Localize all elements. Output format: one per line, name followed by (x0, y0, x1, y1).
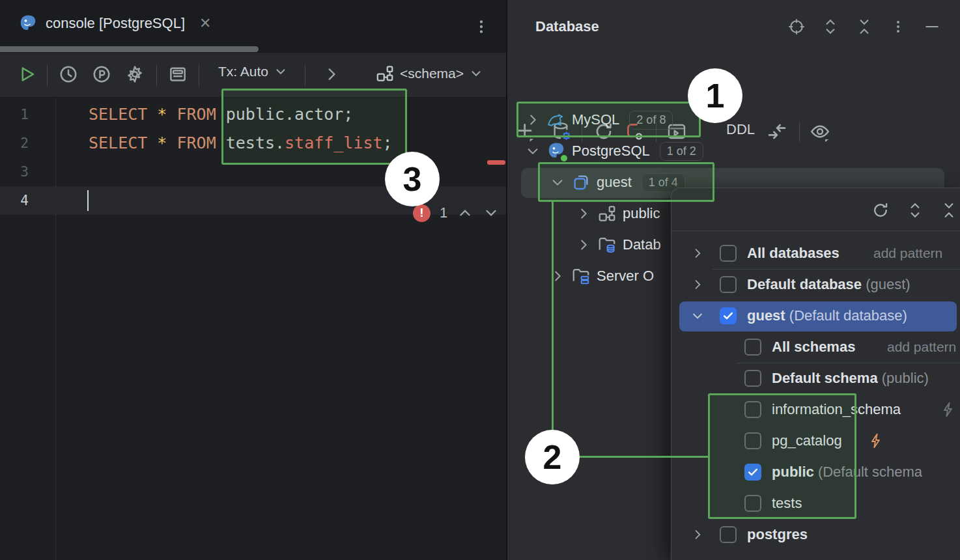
chevron-right-icon[interactable] (690, 277, 705, 292)
error-badge-icon: ! (413, 204, 431, 222)
popup-row-default-schema[interactable]: Default schema (public) (671, 363, 960, 394)
callout-circle-1: 1 (688, 68, 742, 123)
collapse-all-icon[interactable] (939, 201, 959, 220)
add-pattern-hint[interactable]: add pattern (887, 339, 956, 355)
line-number: 1 (0, 100, 29, 129)
database-panel-header: Database (507, 0, 960, 53)
editor-more-menu-kebab-icon[interactable] (470, 14, 492, 39)
tree-item-label: Server O (597, 268, 654, 285)
line-number-active: 4 (0, 186, 29, 215)
row-label: All databases (747, 245, 840, 262)
chevron-down-icon[interactable] (525, 143, 541, 159)
toolbar-separator (199, 64, 199, 87)
chevron-down-icon[interactable] (690, 308, 705, 324)
hide-panel-minimize-icon[interactable] (922, 17, 942, 36)
annotation-box-sql-fragments (221, 89, 407, 165)
prev-error-chevron-up-icon[interactable] (457, 204, 473, 221)
checkbox-unchecked[interactable] (720, 526, 737, 543)
expand-all-icon[interactable] (821, 17, 840, 36)
schema-select[interactable]: <schema> (375, 64, 483, 83)
toolbar-separator (305, 64, 305, 87)
checkbox-unchecked[interactable] (744, 370, 761, 387)
popup-row-all-schemas[interactable]: All schemas add pattern (671, 331, 960, 363)
schema-icon (375, 64, 395, 83)
gutter-separator (55, 98, 56, 560)
count-badge: 1 of 2 (660, 142, 703, 161)
toolbar-separator (156, 64, 157, 87)
in-editor-results-icon[interactable] (167, 63, 189, 85)
panel-title: Database (535, 18, 599, 35)
tab-console-postgresql[interactable]: console [PostgreSQL] ✕ (0, 0, 221, 46)
checkbox-unchecked[interactable] (720, 276, 737, 293)
lightning-icon (868, 432, 884, 449)
checkbox-unchecked[interactable] (744, 339, 761, 356)
collapse-all-icon[interactable] (854, 17, 874, 36)
popup-toolbar-separator (671, 231, 960, 231)
editor-pane: console [PostgreSQL] ✕ (0, 0, 506, 560)
popup-row-postgres-database[interactable]: postgres (671, 519, 960, 550)
folder-database-icon (597, 235, 617, 255)
callout-circle-2: 2 (525, 430, 580, 484)
toolbar-separator (47, 64, 48, 87)
callout-circle-3: 3 (385, 152, 440, 206)
popup-row-all-databases[interactable]: All databases add pattern (671, 238, 960, 269)
checkbox-checked[interactable] (720, 307, 737, 324)
tree-item-label: public (623, 205, 660, 222)
run-button[interactable] (16, 63, 38, 85)
locate-target-icon[interactable] (787, 17, 806, 36)
connected-status-dot (560, 154, 568, 162)
tree-item-label: PostgreSQL (572, 143, 650, 160)
schema-select-label: <schema> (400, 66, 464, 81)
annotation-box-guest-row (538, 162, 714, 202)
folder-server-icon (571, 266, 591, 286)
tab-close-icon[interactable]: ✕ (199, 15, 211, 32)
row-label: Default database (guest) (747, 276, 911, 293)
chevron-right-icon[interactable] (690, 527, 705, 542)
annotation-connector-vertical (552, 202, 554, 430)
postgresql-elephant-icon (546, 141, 566, 161)
row-label: postgres (747, 526, 808, 543)
panel-options-kebab-icon[interactable] (888, 17, 908, 36)
error-stripe-mark[interactable] (487, 160, 505, 165)
chevron-right-icon[interactable] (320, 63, 343, 85)
chevron-right-icon[interactable] (690, 245, 705, 261)
parameters-icon[interactable] (91, 63, 113, 85)
app-window: console [PostgreSQL] ✕ (0, 0, 960, 560)
postgresql-logo-icon (18, 14, 38, 33)
row-label: Default schema (public) (772, 370, 929, 387)
chevron-right-icon[interactable] (576, 206, 591, 221)
text-caret (87, 190, 89, 211)
popup-row-default-database[interactable]: Default database (guest) (671, 269, 960, 300)
tx-mode-label: Tx: Auto (218, 64, 268, 79)
refresh-icon[interactable] (871, 201, 890, 220)
settings-gear-icon[interactable] (124, 63, 146, 85)
lightning-icon (940, 401, 957, 418)
error-count: 1 (440, 204, 447, 221)
row-label: guest (Default database) (747, 307, 907, 324)
history-icon[interactable] (57, 63, 79, 85)
chevron-down-icon (469, 66, 483, 81)
schema-icon (597, 204, 617, 223)
row-label: All schemas (772, 339, 855, 356)
line-number: 3 (0, 158, 29, 186)
next-error-chevron-down-icon[interactable] (483, 204, 500, 221)
tree-item-label: Datab (623, 236, 661, 253)
line-number: 2 (0, 129, 29, 158)
add-pattern-hint[interactable]: add pattern (873, 245, 942, 261)
tab-strip-scrollbar[interactable] (0, 46, 259, 52)
annotation-box-mysql-row (516, 102, 701, 137)
chevron-down-icon (274, 64, 288, 79)
popup-row-guest-selected[interactable]: guest (Default database) (671, 300, 960, 331)
annotation-box-schema-list (708, 393, 856, 519)
chevron-right-icon[interactable] (576, 237, 591, 253)
expand-all-icon[interactable] (905, 201, 925, 220)
tab-title: console [PostgreSQL] (46, 15, 185, 32)
editor-tab-bar: console [PostgreSQL] ✕ (0, 0, 506, 53)
tx-mode-select[interactable]: Tx: Auto (218, 64, 288, 79)
inspection-widget[interactable]: ! 1 (413, 203, 500, 223)
annotation-connector-horizontal (578, 456, 708, 458)
checkbox-unchecked[interactable] (720, 245, 737, 262)
